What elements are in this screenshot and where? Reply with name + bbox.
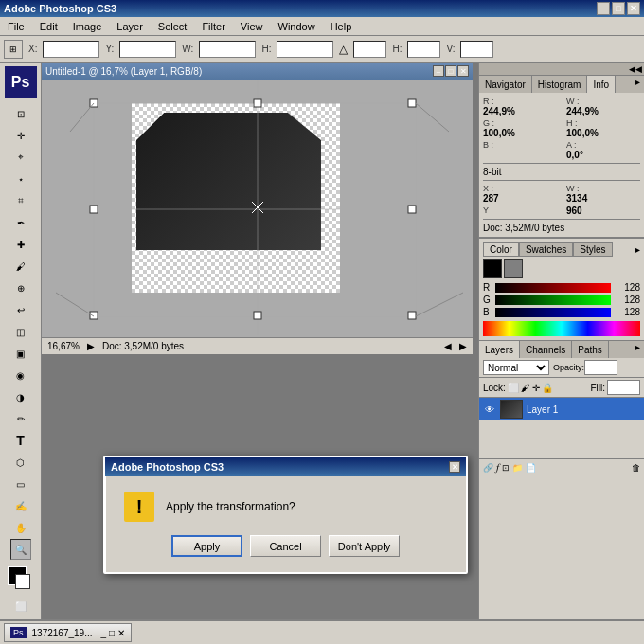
dialog: Adobe Photoshop CS3 ✕ ! Apply the transf… <box>103 456 468 574</box>
info-row-rgb: R : 244,9% W : 244,9% <box>483 97 640 116</box>
tool-heal[interactable]: ✚ <box>10 234 31 255</box>
h-label: H: <box>261 44 271 54</box>
add-mask-icon[interactable]: ⊡ <box>502 463 510 473</box>
tool-gradient[interactable]: ▣ <box>10 343 31 364</box>
layer-row-1[interactable]: 👁 Layer 1 <box>479 398 644 420</box>
menu-filter[interactable]: Filter <box>198 20 228 33</box>
b-slider[interactable] <box>495 308 611 317</box>
layers-bottom-bar: 🔗 𝑓 ⊡ 📁 📄 🗑 <box>479 458 644 475</box>
dialog-close-btn[interactable]: ✕ <box>449 461 460 473</box>
minimize-button[interactable]: – <box>597 2 610 15</box>
b-label: B : <box>483 140 557 150</box>
panel-collapse-arrow[interactable]: ◀◀ <box>629 64 642 74</box>
info-row-g: G : 100,0% H : 100,0% <box>483 118 640 138</box>
tool-hand[interactable]: ✋ <box>10 517 31 538</box>
info-panel-menu[interactable]: ▸ <box>632 76 644 93</box>
tool-zoom[interactable]: 🔍 <box>10 539 31 560</box>
tool-pen[interactable]: ✏ <box>10 408 31 429</box>
foreground-color[interactable] <box>483 259 502 278</box>
r-label: R : <box>483 97 557 106</box>
info-panel: Navigator Histogram Info ▸ R : 244,9% W … <box>479 76 644 238</box>
h-input[interactable]: 100,0% <box>277 41 333 58</box>
tool-shape[interactable]: ▭ <box>10 474 31 494</box>
h2-input[interactable]: 51,7 <box>407 41 440 58</box>
layers-panel-menu[interactable]: ▸ <box>632 341 644 358</box>
fill-input[interactable]: 100% <box>607 380 640 395</box>
x-input[interactable]: 640,0 px <box>43 41 99 58</box>
lock-transparent-icon[interactable]: ⬜ <box>508 383 519 393</box>
blend-mode-select[interactable]: Normal <box>483 360 549 375</box>
angle-input[interactable]: 0,0 <box>353 41 386 58</box>
layer-thumbnail <box>500 400 523 419</box>
info-col-b: B : <box>483 140 557 160</box>
dialog-message-row: ! Apply the transformation? <box>124 492 447 522</box>
layer-visibility-icon[interactable]: 👁 <box>483 402 496 416</box>
tab-channels[interactable]: Channels <box>520 341 572 358</box>
tab-styles[interactable]: Styles <box>573 242 612 257</box>
w-label: W: <box>182 44 193 54</box>
r-slider[interactable] <box>495 283 611 293</box>
info-col-hh: 960 <box>566 206 640 216</box>
lock-paint-icon[interactable]: 🖌 <box>521 383 530 393</box>
menu-file[interactable]: File <box>4 20 28 33</box>
w-input[interactable]: 244,9% <box>199 41 256 58</box>
fill-control: Fill: 100% <box>590 380 640 395</box>
tool-eyedropper[interactable]: ✒ <box>10 212 31 233</box>
add-link-icon[interactable]: 🔗 <box>483 463 493 473</box>
tool-notes[interactable]: ✍ <box>10 495 31 516</box>
tab-info[interactable]: Info <box>587 76 616 93</box>
tab-histogram[interactable]: Histogram <box>532 76 588 93</box>
cancel-button[interactable]: Cancel <box>250 535 321 557</box>
opacity-control: Opacity: 100% <box>553 360 617 375</box>
tab-swatches[interactable]: Swatches <box>519 242 573 257</box>
delete-layer-icon[interactable]: 🗑 <box>632 463 640 473</box>
add-layer-icon[interactable]: 📄 <box>526 463 536 473</box>
tab-layers[interactable]: Layers <box>479 341 520 358</box>
tool-lasso[interactable]: ⌖ <box>10 147 31 168</box>
tool-magic-wand[interactable]: ⋆ <box>10 169 31 189</box>
h2-label: H: <box>392 44 402 54</box>
warning-icon: ! <box>124 492 154 522</box>
tool-move[interactable]: ✛ <box>10 125 31 146</box>
color-panel-menu[interactable]: ▸ <box>635 244 640 255</box>
lock-icons: Lock: ⬜ 🖌 ✛ 🔒 <box>483 383 553 393</box>
menu-image[interactable]: Image <box>69 20 106 33</box>
hh-value: 960 <box>566 206 640 216</box>
add-group-icon[interactable]: 📁 <box>512 463 523 473</box>
tool-marquee[interactable]: ⊡ <box>10 103 31 124</box>
menu-layer[interactable]: Layer <box>113 20 147 33</box>
dont-apply-button[interactable]: Don't Apply <box>329 535 400 557</box>
tool-dodge[interactable]: ◑ <box>10 386 31 407</box>
lock-move-icon[interactable]: ✛ <box>532 383 540 393</box>
menu-window[interactable]: Window <box>275 20 319 33</box>
menu-view[interactable]: View <box>237 20 267 33</box>
y-input[interactable]: 480,0 px <box>119 41 176 58</box>
menu-edit[interactable]: Edit <box>36 20 62 33</box>
tool-eraser[interactable]: ◫ <box>10 321 31 342</box>
background-color[interactable] <box>504 259 523 278</box>
tab-paths[interactable]: Paths <box>572 341 609 358</box>
tab-navigator[interactable]: Navigator <box>479 76 532 93</box>
g-slider-row: G 128 <box>483 295 640 305</box>
tool-quick-mask[interactable]: ⬜ <box>10 596 31 617</box>
apply-button[interactable]: Apply <box>171 535 242 557</box>
g-slider[interactable] <box>495 295 611 305</box>
maximize-button[interactable]: □ <box>612 2 625 15</box>
close-button[interactable]: ✕ <box>627 2 640 15</box>
color-spectrum[interactable] <box>483 321 640 336</box>
opacity-input[interactable]: 100% <box>584 360 617 375</box>
lock-all-icon[interactable]: 🔒 <box>542 383 553 393</box>
tool-history-brush[interactable]: ↩ <box>10 299 31 320</box>
tool-blur[interactable]: ◉ <box>10 365 31 385</box>
tool-crop[interactable]: ⌗ <box>10 190 31 211</box>
tool-icon: ⊞ <box>4 40 23 59</box>
tool-type[interactable]: T <box>10 430 31 451</box>
tool-path[interactable]: ⬡ <box>10 452 31 473</box>
menu-help[interactable]: Help <box>327 20 356 33</box>
menu-select[interactable]: Select <box>154 20 191 33</box>
tab-color[interactable]: Color <box>483 242 519 257</box>
tool-brush[interactable]: 🖌 <box>10 256 31 277</box>
add-style-icon[interactable]: 𝑓 <box>496 461 499 474</box>
tool-clone[interactable]: ⊕ <box>10 277 31 298</box>
v-input[interactable]: 0,0 <box>460 41 493 58</box>
